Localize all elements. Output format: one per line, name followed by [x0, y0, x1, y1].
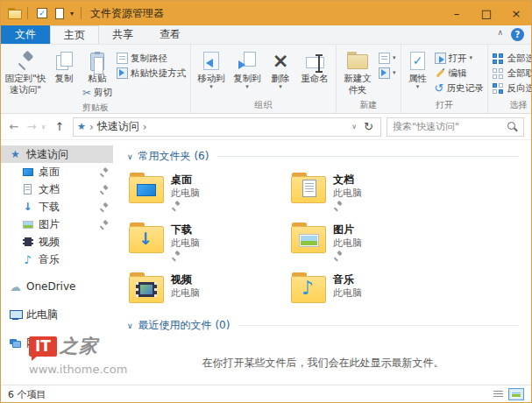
ribbon-tabstrip: 文件 主页 共享 查看 ∧ ? [1, 25, 531, 45]
help-button[interactable]: ? [511, 28, 524, 41]
refresh-icon[interactable]: ↻ [360, 120, 377, 133]
recent-files-header[interactable]: ∨ 最近使用的文件 (0) [127, 318, 519, 333]
breadcrumb-quick-access[interactable]: 快速访问 [97, 119, 139, 134]
sidebar-item-documents[interactable]: 文档 [1, 180, 113, 198]
folder-location: 此电脑 [333, 237, 362, 251]
onedrive-cloud-icon: ☁ [10, 281, 21, 293]
organize-group-label: 组织 [194, 98, 333, 113]
tab-home[interactable]: 主页 [50, 25, 99, 44]
folder-name: 文档 [333, 173, 362, 187]
folder-tile-music[interactable]: ♪ 音乐 此电脑 [291, 272, 453, 315]
edit-button[interactable]: 编辑 [433, 66, 486, 81]
address-dropdown-icon[interactable]: ∨ [351, 123, 357, 131]
sidebar-item-onedrive[interactable]: ☁ OneDrive [1, 277, 113, 296]
network-icon [10, 337, 21, 349]
move-to-button[interactable]: 移动到 ▾ [194, 47, 229, 92]
recent-locations-dropdown-icon[interactable]: ∨ [41, 124, 50, 131]
move-to-icon [203, 52, 219, 70]
select-group-label: 选择 [491, 98, 532, 113]
folder-tile-pictures[interactable]: 图片 此电脑 [291, 223, 453, 265]
caret-down-icon: ▾ [470, 55, 473, 61]
tab-file[interactable]: 文件 [1, 25, 50, 44]
sidebar-item-this-pc[interactable]: 此电脑 [1, 305, 113, 324]
delete-button[interactable]: × 删除 ▾ [266, 47, 295, 92]
search-box[interactable] [387, 117, 524, 137]
up-button[interactable]: ↑ [52, 120, 67, 133]
onedrive-label: OneDrive [26, 280, 75, 293]
qat-properties-button[interactable]: ✓ [35, 6, 49, 20]
pin-icon [334, 251, 342, 259]
pin-to-quick-access-button[interactable]: 固定到"快速访问" [4, 47, 47, 96]
copy-path-icon [117, 53, 128, 64]
new-item-button[interactable]: ▾ [377, 51, 398, 66]
paste-icon [90, 53, 104, 71]
details-view-button[interactable] [492, 389, 505, 400]
desktop-label: 桌面 [39, 165, 60, 180]
videos-folder-icon [129, 272, 164, 304]
collapse-section-icon[interactable]: ∨ [127, 152, 133, 161]
breadcrumb[interactable]: ★ › 快速访问 › ∨ ↻ [73, 117, 381, 137]
select-none-button[interactable]: 全部取消 [491, 66, 532, 81]
music-folder-icon: ♪ [291, 272, 326, 304]
folder-location: 此电脑 [171, 237, 200, 251]
folder-name: 下载 [171, 223, 200, 237]
pencil-icon [432, 65, 448, 81]
easy-access-button[interactable]: ▾ [377, 66, 398, 81]
caret-down-icon: ▾ [393, 70, 396, 76]
breadcrumb-chevron-icon[interactable]: › [89, 121, 94, 133]
sidebar-item-desktop[interactable]: 桌面 [1, 163, 113, 180]
sidebar-item-quick-access[interactable]: ★ 快速访问 [1, 145, 113, 163]
sidebar-item-videos[interactable]: 视频 [1, 233, 113, 251]
open-button[interactable]: 打开 ▾ [433, 51, 486, 66]
ribbon-group-new: 新建文件夹 ▾ ▾ 新建 [337, 45, 401, 113]
breadcrumb-chevron-icon[interactable]: › [143, 121, 147, 133]
folder-name: 图片 [333, 223, 362, 237]
close-button[interactable]: × [501, 1, 531, 25]
tab-share[interactable]: 共享 [99, 25, 146, 44]
maximize-button[interactable]: □ [472, 1, 501, 25]
sidebar-item-downloads[interactable]: ↓ 下载 [1, 198, 113, 216]
copy-icon [56, 52, 73, 70]
ribbon-group-open: ✓ 属性 ▾ 打开 ▾ 编辑 ↺ 历史记录 [401, 45, 489, 113]
folder-tile-documents[interactable]: 文档 此电脑 [291, 173, 453, 215]
copy-button[interactable]: 复制 [48, 47, 80, 86]
invert-selection-button[interactable]: 反向选择 [491, 81, 532, 95]
select-all-icon [493, 53, 504, 64]
videos-label: 视频 [39, 235, 60, 250]
tab-view[interactable]: 查看 [146, 25, 194, 44]
collapse-ribbon-icon[interactable]: ∧ [497, 28, 503, 37]
paste-shortcut-button[interactable]: 粘贴快捷方式 [115, 66, 188, 81]
qat-new-folder-button[interactable] [53, 6, 67, 20]
history-button[interactable]: ↺ 历史记录 [433, 81, 486, 95]
paste-button[interactable]: 粘贴 [81, 47, 114, 86]
sidebar-item-music[interactable]: ♪ 音乐 [1, 251, 113, 268]
sidebar-item-pictures[interactable]: 图片 [1, 216, 113, 233]
ribbon-group-clipboard: 固定到"快速访问" 复制 粘贴 ✂ 剪切 [1, 45, 191, 113]
qat-customize-dropdown-icon[interactable]: ▾ [70, 10, 74, 18]
documents-label: 文档 [39, 182, 60, 197]
folder-location: 此电脑 [333, 287, 362, 300]
search-input[interactable] [393, 121, 507, 132]
folder-tile-downloads[interactable]: ↓ 下载 此电脑 [129, 223, 291, 265]
select-all-label: 全部选择 [507, 53, 532, 65]
frequent-folders-title: 常用文件夹 (6) [138, 149, 209, 164]
thumbnails-view-button[interactable] [508, 388, 524, 400]
folder-tile-videos[interactable]: 视频 此电脑 [129, 272, 291, 315]
copy-to-button[interactable]: 复制到 ▾ [230, 47, 265, 92]
rename-button[interactable]: 重命名 [296, 47, 333, 86]
properties-button[interactable]: ✓ 属性 ▾ [404, 47, 432, 92]
quick-access-star-icon: ★ [77, 121, 86, 132]
frequent-folders-header[interactable]: ∨ 常用文件夹 (6) [127, 149, 519, 164]
collapse-section-icon[interactable]: ∨ [127, 322, 133, 330]
titlebar: ✓ ▾ 文件资源管理器 – □ × [1, 1, 531, 25]
this-pc-label: 此电脑 [26, 308, 58, 322]
minimize-button[interactable]: – [442, 1, 472, 25]
invert-selection-label: 反向选择 [507, 82, 532, 95]
cut-button[interactable]: ✂ 剪切 [81, 86, 114, 101]
back-button[interactable]: ← [6, 120, 22, 133]
copy-path-button[interactable]: 复制路径 [115, 51, 188, 66]
folder-tile-desktop[interactable]: 桌面 此电脑 [129, 173, 291, 215]
new-folder-button[interactable]: 新建文件夹 [339, 47, 376, 96]
select-none-icon [493, 68, 504, 79]
select-all-button[interactable]: 全部选择 [491, 51, 532, 66]
